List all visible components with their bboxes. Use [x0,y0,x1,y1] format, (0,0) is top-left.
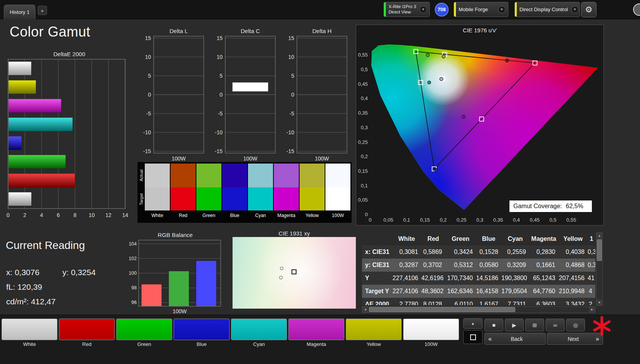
delta-h-chart: Delta H 151050-5-10-15 100W [280,28,349,162]
v-scroll-thumb[interactable] [597,239,602,261]
svg-text:-5: -5 [218,110,223,117]
scroll-up-icon[interactable]: ▲ [596,233,602,239]
pattern-window-toggle-button[interactable] [463,330,483,344]
svg-text:-10: -10 [286,129,294,135]
pattern-swatch-cyan[interactable] [231,319,287,340]
swatch-column-yellow: Yellow [300,164,325,223]
svg-text:0: 0 [365,212,368,217]
target-button[interactable]: ◎ [566,319,585,331]
svg-text:10: 10 [145,54,151,60]
cie-1976-panel: 00,050,10,150,20,250,30,350,40,450,50,55… [356,25,604,225]
svg-text:5: 5 [219,73,223,79]
meter-count-badge: 708 [435,3,449,17]
table-cell: 227,4106 [392,275,421,282]
chevron-down-icon[interactable]: ▼ [498,6,506,13]
scroll-left-icon[interactable]: ◄ [362,307,368,312]
svg-text:-5: -5 [146,110,151,117]
pattern-up-button[interactable]: ▲ [463,318,483,329]
swatch-column-100w: 100W [325,164,350,223]
chevron-down-icon[interactable]: ▼ [419,6,427,13]
display-control-label: Direct Display Control [519,7,571,13]
table-header-cell: Yellow [558,235,588,242]
stop-button[interactable]: ■ [484,319,503,331]
gamut-coverage-readout: Gamut Coverage: 62,5% [509,200,592,212]
table-vertical-scrollbar[interactable]: ▲ ▼ [596,232,603,306]
back-button[interactable]: «Back [484,333,546,345]
svg-text:0: 0 [369,217,371,223]
pattern-swatch-yellow[interactable] [346,319,402,340]
table-cell: 190,3800 [501,275,529,282]
add-tab-button[interactable]: + [38,6,47,15]
table-cell: 0,3287 [392,262,421,269]
target-swatch [325,187,350,210]
actual-swatch [325,164,350,187]
table-cell: 41 [588,275,595,282]
meter-dropdown[interactable]: X-Rite i1Pro 3 Direct View ▼ [384,2,430,17]
measured-dot-yellow [442,55,445,58]
continuous-read-button[interactable]: ∞ [546,319,565,331]
target-swatch [248,187,273,210]
svg-text:4: 4 [40,212,43,218]
svg-text:8: 8 [74,212,77,218]
pattern-window-button[interactable]: ⊞ [525,319,544,331]
svg-text:0,45: 0,45 [530,217,539,223]
h-scroll-track[interactable] [368,307,589,312]
svg-text:5: 5 [291,73,294,79]
table-cell: 0,1528 [476,249,501,255]
pattern-swatch-100w[interactable] [403,319,459,340]
settings-gear-button[interactable]: ⚙ [581,2,596,17]
svg-text:96: 96 [131,300,137,305]
svg-text:0,25: 0,25 [457,217,466,223]
corner-circle-button[interactable] [633,3,640,16]
scroll-down-icon[interactable]: ▼ [596,300,602,306]
svg-text:0,4: 0,4 [361,95,368,101]
pattern-swatch-magenta[interactable] [288,319,344,340]
swatch-column-green: Green [196,164,221,223]
pattern-source-dropdown[interactable]: Mobile Forge ▼ [454,2,508,17]
delta-c-chart: Delta C 151050-5-10-15 100W [208,28,278,162]
svg-text:0,2: 0,2 [361,154,368,159]
deltae-bar-magenta [8,99,61,113]
swatch-row-labels: ActualTarget [138,164,144,223]
gear-icon: ⚙ [585,5,593,14]
svg-text:0,3: 0,3 [361,125,368,130]
measured-dot-magenta [462,115,465,118]
table-cell: 210,9948 [558,288,588,295]
svg-text:10: 10 [288,54,294,60]
pattern-swatch-white[interactable] [2,319,57,340]
pattern-swatch-red[interactable] [59,319,115,340]
scroll-right-icon[interactable]: ► [589,307,595,312]
back-label: Back [495,336,538,342]
target-swatch [274,187,299,210]
x-axis-label: 100W [297,155,347,162]
table-horizontal-scrollbar[interactable]: ◄ ► [362,306,595,313]
table-cell: 16,4158 [476,288,501,295]
svg-text:0: 0 [219,92,223,98]
reading-cdm2: cd/m²: 412,47 [6,297,55,306]
table-cell: 0,4868 [558,262,588,269]
target-swatch [222,187,247,210]
rgb-bar-blue [196,261,216,306]
h-scroll-thumb[interactable] [369,307,515,312]
table-cell: 4 [588,288,595,295]
svg-text:CIE 1976 u'v': CIE 1976 u'v' [463,27,497,33]
pattern-swatch-green[interactable] [116,319,172,340]
cie-1931-chart [232,237,356,309]
table-cell: 0,2830 [529,249,558,255]
table-cell: 0,3 [588,262,595,269]
pattern-swatch-label: Red [59,341,115,347]
chevron-down-icon[interactable]: ▼ [571,6,579,13]
table-cell: 1,6167 [476,301,501,305]
gamut-coverage-label: Gamut Coverage: [513,203,562,210]
tab-history-1[interactable]: History 1 [4,5,35,19]
v-scroll-track[interactable] [596,239,602,300]
swatch-side-label: Actual [138,164,144,187]
back-chevron-icon: « [485,336,495,342]
display-control-dropdown[interactable]: Direct Display Control ▼ [514,2,580,17]
deltae-bar-cyan [8,118,73,132]
reading-x: x: 0,3076 [6,268,39,277]
pattern-swatch-blue[interactable] [174,319,230,340]
pattern-swatch-label: 100W [403,341,459,347]
play-button[interactable]: ▶ [505,319,524,331]
table-header-cell: Red [421,235,445,242]
